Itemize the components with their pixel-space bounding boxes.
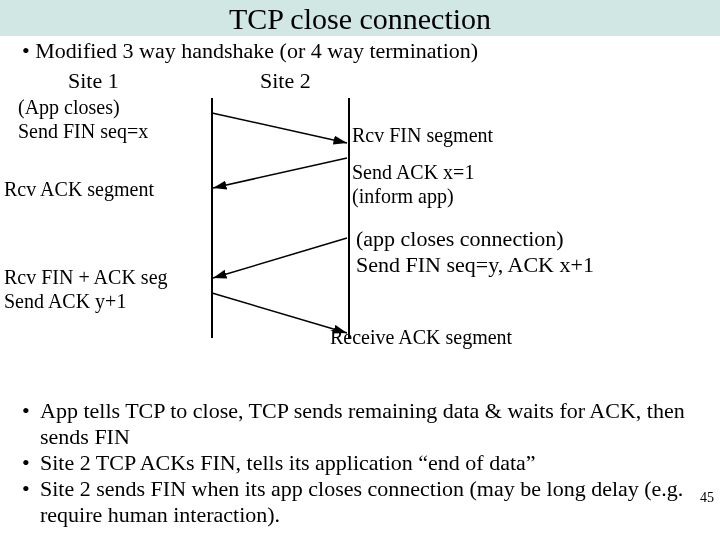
site1-event-send-fin: (App closes) Send FIN seq=x: [18, 96, 208, 143]
event-line: (inform app): [352, 185, 682, 209]
event-line: Send FIN seq=x: [18, 120, 208, 144]
site1-header: Site 1: [68, 68, 119, 94]
event-line: (app closes connection): [356, 226, 696, 252]
sequence-diagram: Site 1 Site 2 (App closes) Send FIN seq=…: [0, 68, 720, 398]
bullet-list: • App tells TCP to close, TCP sends rema…: [0, 398, 720, 528]
event-line: Send FIN seq=y, ACK x+1: [356, 252, 696, 278]
svg-line-3: [212, 293, 347, 333]
site1-lifeline: [211, 98, 213, 338]
event-line: Send ACK x=1: [352, 161, 682, 185]
site2-event-send-ack: Send ACK x=1 (inform app): [352, 161, 682, 208]
bullet-text: App tells TCP to close, TCP sends remain…: [40, 398, 712, 450]
bullet-glyph: •: [22, 476, 40, 528]
event-line: Send ACK y+1: [4, 290, 209, 314]
bullet-glyph: •: [22, 398, 40, 450]
list-item: • App tells TCP to close, TCP sends rema…: [22, 398, 712, 450]
site2-event-send-fin: (app closes connection) Send FIN seq=y, …: [356, 226, 696, 278]
site2-header: Site 2: [260, 68, 311, 94]
list-item: • Site 2 TCP ACKs FIN, tells its applica…: [22, 450, 712, 476]
slide-title: TCP close connection: [0, 0, 720, 36]
bullet-text: Site 2 sends FIN when its app closes con…: [40, 476, 712, 528]
subtitle-text: Modified 3 way handshake (or 4 way termi…: [35, 38, 478, 63]
svg-line-1: [213, 158, 347, 188]
site2-event-rcv-fin: Rcv FIN segment: [352, 124, 682, 148]
site2-event-rcv-ack: Receive ACK segment: [330, 326, 670, 350]
site1-event-rcv-ack: Rcv ACK segment: [4, 178, 209, 202]
list-item: • Site 2 sends FIN when its app closes c…: [22, 476, 712, 528]
site1-event-rcv-finack: Rcv FIN + ACK seg Send ACK y+1: [4, 266, 209, 313]
page-number: 45: [700, 490, 714, 506]
bullet-glyph: •: [22, 450, 40, 476]
site2-lifeline: [348, 98, 350, 338]
bullet-glyph: •: [22, 38, 30, 63]
svg-line-2: [213, 238, 347, 278]
event-line: (App closes): [18, 96, 208, 120]
svg-line-0: [212, 113, 347, 143]
bullet-text: Site 2 TCP ACKs FIN, tells its applicati…: [40, 450, 712, 476]
event-line: Rcv FIN + ACK seg: [4, 266, 209, 290]
slide-subtitle: • Modified 3 way handshake (or 4 way ter…: [0, 36, 720, 68]
